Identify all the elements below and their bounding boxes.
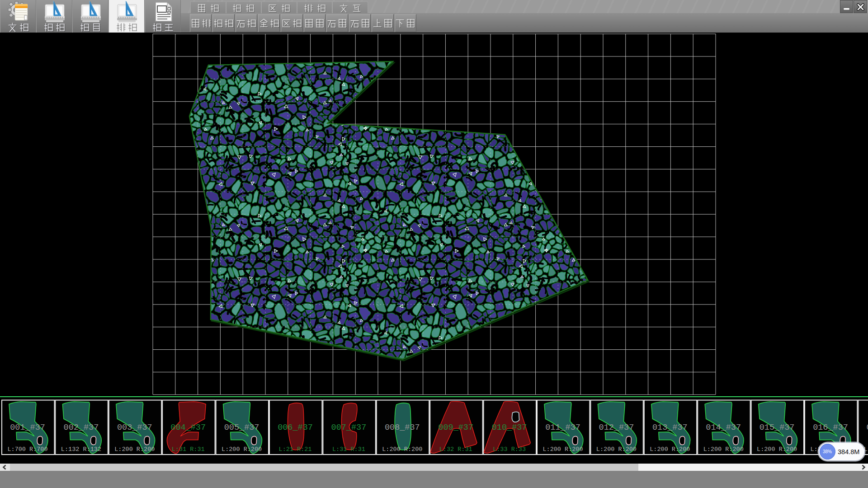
svg-text:L:200 R:200: L:200 R:200 — [703, 446, 744, 453]
svg-text:L:32 R:31: L:32 R:31 — [439, 446, 472, 453]
svg-text:003_#37: 003_#37 — [117, 423, 152, 432]
svg-text:016_#37: 016_#37 — [813, 423, 848, 432]
svg-text:007_#37: 007_#37 — [331, 423, 367, 432]
svg-text:L:31 R:31: L:31 R:31 — [332, 446, 365, 453]
svg-text:014_#37: 014_#37 — [706, 423, 741, 432]
svg-text:L:21 R:21: L:21 R:21 — [279, 446, 312, 453]
svg-text:L:200 R:200: L:200 R:200 — [864, 446, 868, 453]
svg-text:011_#37: 011_#37 — [545, 423, 580, 432]
svg-text:002_#37: 002_#37 — [64, 423, 99, 432]
svg-text:009_#37: 009_#37 — [438, 423, 473, 432]
svg-text:L:200 R:200: L:200 R:200 — [382, 446, 422, 453]
svg-text:L:700 R:700: L:700 R:700 — [7, 446, 47, 453]
svg-text:L:31 R:31: L:31 R:31 — [172, 446, 205, 453]
svg-text:L:33 R:33: L:33 R:33 — [493, 446, 526, 453]
svg-text:L:200 R:200: L:200 R:200 — [757, 446, 797, 453]
svg-text:004_#37: 004_#37 — [170, 423, 206, 432]
svg-text:015_#37: 015_#37 — [760, 423, 795, 432]
svg-text:001_#37: 001_#37 — [10, 423, 45, 432]
svg-text:017_#37: 017_#37 — [867, 423, 868, 432]
svg-text:010_#37: 010_#37 — [492, 423, 527, 432]
svg-text:L:132 R:132: L:132 R:132 — [61, 446, 101, 453]
svg-text:013_#37: 013_#37 — [652, 423, 688, 432]
svg-text:006_#37: 006_#37 — [278, 423, 313, 432]
svg-text:008_#37: 008_#37 — [385, 423, 420, 432]
svg-text:012_#37: 012_#37 — [599, 423, 634, 432]
svg-text:005_#37: 005_#37 — [224, 423, 259, 432]
svg-text:L:200 R:200: L:200 R:200 — [114, 446, 155, 453]
svg-text:L:200 R:200: L:200 R:200 — [596, 446, 637, 453]
svg-text:L:200 R:200: L:200 R:200 — [542, 446, 583, 453]
svg-text:L:200 R:200: L:200 R:200 — [650, 446, 690, 453]
svg-text:L:200 R:200: L:200 R:200 — [222, 446, 262, 453]
